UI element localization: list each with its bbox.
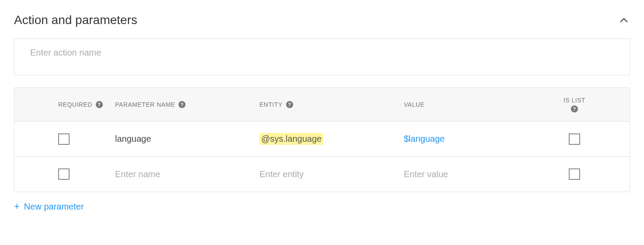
header-islist-label: IS LIST: [564, 97, 585, 104]
cell-value[interactable]: [404, 169, 548, 179]
help-icon[interactable]: ?: [96, 101, 103, 108]
header-islist: IS LIST ?: [548, 97, 601, 112]
cell-required: [14, 133, 115, 145]
add-parameter-label: New parameter: [24, 202, 84, 212]
add-parameter-button[interactable]: + New parameter: [14, 201, 84, 212]
parameter-name-input[interactable]: [115, 169, 245, 179]
islist-checkbox[interactable]: [569, 168, 580, 180]
entity-input[interactable]: [259, 169, 389, 179]
cell-entity[interactable]: [259, 169, 404, 179]
parameters-table: REQUIRED ? PARAMETER NAME ? ENTITY ? VAL…: [14, 88, 630, 192]
table-header-row: REQUIRED ? PARAMETER NAME ? ENTITY ? VAL…: [14, 88, 630, 122]
header-entity: ENTITY ?: [259, 101, 404, 108]
help-icon[interactable]: ?: [571, 105, 578, 112]
required-checkbox[interactable]: [58, 168, 70, 180]
header-value: VALUE: [404, 101, 548, 108]
cell-value[interactable]: $language: [404, 134, 548, 144]
cell-islist: [548, 133, 601, 145]
cell-islist: [548, 168, 601, 180]
header-required-label: REQUIRED: [58, 101, 92, 108]
islist-checkbox[interactable]: [569, 133, 580, 145]
plus-icon: +: [14, 201, 20, 212]
table-row: [14, 157, 630, 192]
cell-entity[interactable]: @sys.language: [259, 133, 404, 145]
cell-parameter-name[interactable]: [115, 169, 259, 179]
value-input[interactable]: [404, 169, 534, 179]
help-icon[interactable]: ?: [286, 101, 293, 108]
entity-highlight: @sys.language: [259, 133, 323, 145]
table-row: language @sys.language $language: [14, 122, 630, 157]
header-parameter-name: PARAMETER NAME ?: [115, 101, 259, 108]
collapse-toggle[interactable]: [618, 14, 630, 26]
help-icon[interactable]: ?: [178, 101, 186, 108]
action-name-input[interactable]: [14, 38, 630, 75]
header-entity-label: ENTITY: [259, 101, 283, 108]
cell-required: [14, 168, 115, 180]
cell-parameter-name[interactable]: language: [115, 134, 259, 144]
header-name-label: PARAMETER NAME: [115, 101, 175, 108]
header-required: REQUIRED ?: [14, 101, 115, 108]
section-header: Action and parameters: [14, 13, 630, 27]
header-value-label: VALUE: [404, 101, 424, 108]
section-title: Action and parameters: [14, 13, 137, 27]
required-checkbox[interactable]: [58, 133, 70, 145]
chevron-up-icon: [618, 14, 630, 26]
